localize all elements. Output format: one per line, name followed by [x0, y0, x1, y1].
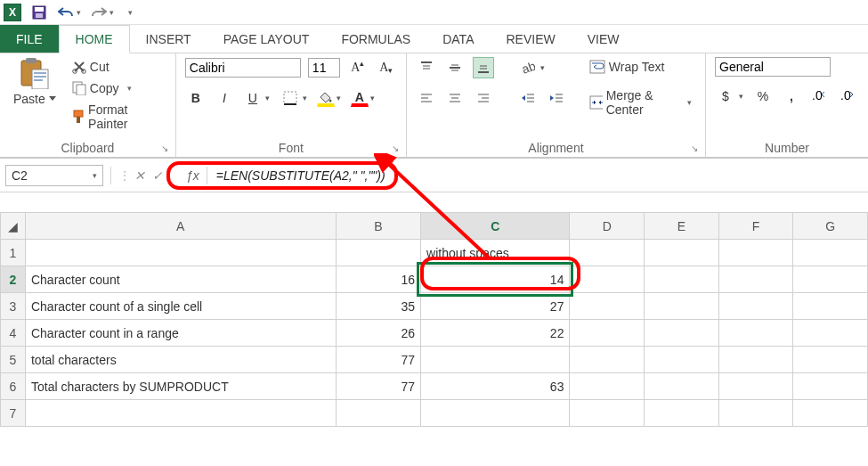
cell[interactable] — [645, 400, 719, 427]
cell[interactable] — [645, 320, 719, 347]
format-painter-button[interactable]: Format Painter — [68, 100, 166, 134]
chevron-down-icon[interactable]: ▾ — [335, 89, 344, 107]
cell[interactable] — [718, 266, 793, 293]
tab-data[interactable]: DATA — [426, 25, 490, 53]
orientation-icon[interactable]: ab — [517, 57, 539, 78]
cell[interactable] — [570, 320, 645, 347]
row-header[interactable]: 2 — [1, 266, 26, 293]
cell[interactable]: 63 — [421, 373, 570, 400]
cell[interactable] — [421, 400, 570, 427]
chevron-down-icon[interactable]: ▾ — [264, 87, 272, 109]
borders-button-icon[interactable] — [280, 87, 301, 109]
cell[interactable]: without spaces — [421, 240, 570, 266]
cell[interactable]: 26 — [336, 320, 421, 347]
row-header[interactable]: 7 — [1, 400, 26, 427]
cell[interactable] — [793, 373, 868, 400]
cell[interactable] — [718, 347, 793, 373]
cell[interactable]: 22 — [421, 320, 570, 347]
increase-decimal-icon[interactable]: .0 — [809, 86, 831, 107]
align-top-icon[interactable] — [416, 57, 437, 78]
italic-button[interactable]: I — [214, 87, 235, 109]
cell[interactable]: Total characters by SUMPRODUCT — [25, 373, 336, 400]
chevron-down-icon[interactable]: ▾ — [369, 89, 377, 107]
cell[interactable] — [793, 293, 868, 320]
col-header[interactable]: C — [421, 213, 570, 240]
cell[interactable]: total characters — [25, 347, 336, 373]
redo-icon[interactable] — [90, 4, 108, 21]
cell[interactable] — [570, 347, 645, 373]
cell[interactable] — [570, 293, 645, 320]
increase-indent-icon[interactable] — [546, 87, 567, 109]
cell[interactable] — [645, 266, 719, 293]
cell[interactable] — [793, 240, 868, 266]
cancel-formula-icon[interactable]: ✕ — [131, 167, 149, 184]
cell[interactable] — [718, 400, 793, 427]
fill-color-button-icon[interactable] — [317, 89, 335, 107]
merge-center-button[interactable]: Merge & Center ▾ — [585, 86, 696, 119]
font-color-button-icon[interactable]: A — [351, 89, 369, 107]
cell[interactable] — [570, 240, 645, 266]
tab-home[interactable]: HOME — [59, 25, 130, 53]
chevron-down-icon[interactable]: ▾ — [127, 84, 132, 93]
align-right-icon[interactable] — [473, 87, 494, 109]
chevron-down-icon[interactable]: ▾ — [687, 98, 692, 107]
cell[interactable] — [336, 240, 421, 266]
row-header[interactable]: 3 — [1, 293, 26, 320]
cell[interactable] — [421, 347, 570, 373]
row-header[interactable]: 1 — [1, 240, 26, 266]
wrap-text-button[interactable]: Wrap Text — [585, 57, 696, 77]
percent-button[interactable]: % — [752, 86, 774, 107]
font-name-combo[interactable] — [185, 58, 301, 78]
bold-button[interactable]: B — [185, 87, 207, 109]
cell[interactable] — [645, 293, 719, 320]
cell[interactable] — [25, 240, 336, 266]
save-icon[interactable] — [30, 4, 48, 21]
cell[interactable] — [645, 240, 719, 266]
cell[interactable] — [718, 320, 793, 347]
cell[interactable] — [718, 240, 793, 266]
align-bottom-icon[interactable] — [473, 57, 494, 78]
cell[interactable]: 16 — [336, 266, 421, 293]
col-header[interactable]: F — [718, 213, 793, 240]
currency-button[interactable]: $ — [715, 86, 736, 107]
comma-style-button[interactable]: , — [781, 86, 802, 107]
col-header[interactable]: A — [25, 213, 336, 240]
tab-page-layout[interactable]: PAGE LAYOUT — [207, 25, 326, 53]
cell[interactable] — [793, 400, 868, 427]
decrease-font-icon[interactable]: A▾ — [376, 57, 397, 78]
tab-review[interactable]: REVIEW — [490, 25, 571, 53]
tab-file[interactable]: FILE — [0, 25, 59, 53]
decrease-decimal-icon[interactable]: .0 — [838, 86, 859, 107]
col-header[interactable]: B — [336, 213, 421, 240]
cell[interactable]: Character count in a range — [25, 320, 336, 347]
align-center-icon[interactable] — [444, 87, 466, 109]
undo-icon[interactable] — [57, 4, 75, 21]
number-format-combo[interactable] — [715, 57, 831, 77]
row-header[interactable]: 6 — [1, 373, 26, 400]
tab-insert[interactable]: INSERT — [130, 25, 207, 53]
cell[interactable] — [25, 400, 336, 427]
chevron-down-icon[interactable]: ▾ — [736, 86, 745, 107]
qat-customize-icon[interactable]: ▾ — [128, 8, 133, 17]
underline-button[interactable]: U — [242, 87, 264, 109]
cell[interactable] — [570, 373, 645, 400]
enter-formula-icon[interactable]: ✓ — [149, 167, 166, 184]
align-middle-icon[interactable] — [444, 57, 466, 78]
chevron-down-icon[interactable]: ▾ — [539, 57, 548, 78]
cell[interactable] — [570, 266, 645, 293]
row-header[interactable]: 4 — [1, 320, 26, 347]
paste-icon[interactable] — [19, 57, 51, 89]
cell[interactable] — [718, 293, 793, 320]
chevron-down-icon[interactable]: ▾ — [93, 171, 97, 180]
cell[interactable]: Character count of a single cell — [25, 293, 336, 320]
cell[interactable]: Character count — [25, 266, 336, 293]
align-left-icon[interactable] — [416, 87, 437, 109]
cell[interactable] — [718, 373, 793, 400]
cell[interactable] — [336, 400, 421, 427]
cell[interactable] — [645, 347, 719, 373]
cell[interactable] — [645, 373, 719, 400]
row-header[interactable]: 5 — [1, 347, 26, 373]
chevron-down-icon[interactable]: ▾ — [110, 8, 114, 17]
dialog-launcher-icon[interactable]: ↘ — [392, 143, 399, 153]
tab-formulas[interactable]: FORMULAS — [325, 25, 426, 53]
